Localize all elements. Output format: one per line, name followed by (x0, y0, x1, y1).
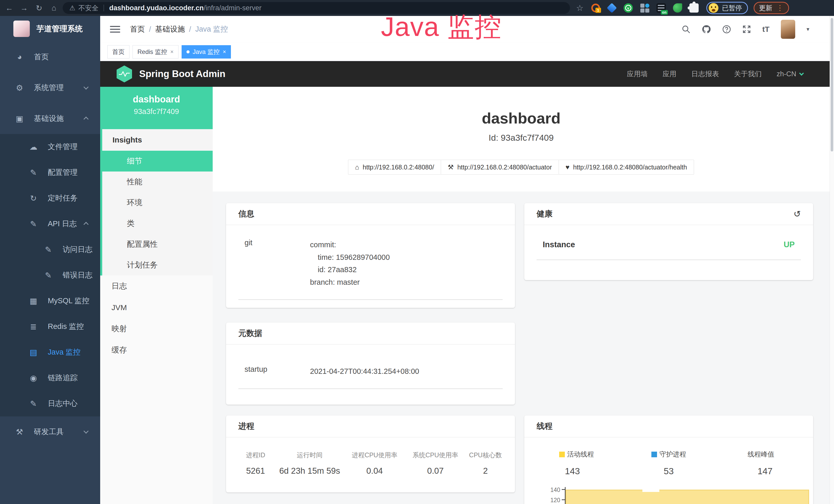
breadcrumb-separator: / (149, 25, 151, 33)
edit-icon: ✎ (28, 219, 39, 229)
hamburger-icon[interactable] (110, 24, 120, 35)
help-icon[interactable] (722, 25, 731, 33)
back-icon[interactable]: ← (4, 2, 15, 14)
cards-left-column: 信息 git commit: time: 1596289704000 id: 2… (226, 203, 515, 504)
bookmark-star-icon[interactable]: ☆ (576, 3, 584, 13)
sidebar-item-error-log[interactable]: ✎ 错误日志 (0, 262, 100, 288)
sidebar-logo-row[interactable]: 芋道管理系统 (0, 16, 100, 42)
sba-item-caches[interactable]: 缓存 (100, 339, 213, 361)
sidebar-item-jobs[interactable]: ↻ 定时任务 (0, 185, 100, 211)
metadata-row: startup 2021-04-27T00:44:31.254+08:00 (238, 365, 503, 389)
extension-grid-icon[interactable] (640, 3, 649, 13)
extension-green-icon[interactable]: v (623, 3, 633, 13)
sba-item-environment[interactable]: 环境 (102, 192, 213, 213)
sba-instance-header[interactable]: dashboard 93a3fc7f7409 (100, 87, 213, 129)
health-url-button[interactable]: ♥ http://192.168.0.2:48080/actuator/heal… (559, 160, 694, 175)
service-url-button[interactable]: ⌂ http://192.168.0.2:48080/ (348, 160, 441, 175)
sidebar-item-dev-tools[interactable]: ⚒ 研发工具 (0, 416, 100, 447)
close-icon[interactable]: × (170, 48, 174, 55)
home-icon[interactable]: ⌂ (48, 2, 60, 14)
fullscreen-icon[interactable] (742, 25, 751, 33)
sba-brand-title[interactable]: Spring Boot Admin (139, 69, 225, 79)
tab-label: Java 监控 (193, 48, 220, 56)
app-logo (13, 21, 30, 37)
extension-leaf-icon[interactable] (673, 3, 682, 13)
sba-item-logs[interactable]: 日志 (100, 275, 213, 297)
threads-area-chart: 140 120 100 (524, 485, 813, 504)
sba-app-id: 93a3fc7f7409 (100, 107, 213, 116)
sba-item-mappings[interactable]: 映射 (100, 318, 213, 339)
history-icon[interactable]: ↺ (794, 209, 801, 219)
reload-icon[interactable]: ↻ (34, 2, 45, 14)
spring-boot-admin-frame: Spring Boot Admin 应用墙 应用 日志报表 关于我们 zh-CN… (100, 61, 834, 504)
tab-home[interactable]: 首页 (107, 45, 129, 59)
gear-icon: ⚙ (14, 83, 25, 93)
chevron-down-icon (84, 85, 89, 90)
not-secure-label[interactable]: 不安全 (78, 4, 98, 13)
legend-label: 活动线程 (567, 450, 594, 459)
val-uptime: 6d 23h 15m 59s (276, 466, 344, 476)
chevron-up-icon (84, 222, 89, 227)
page-scrollbar[interactable] (830, 16, 834, 504)
sba-item-metrics[interactable]: 性能 (102, 171, 213, 192)
tags-view-bar: 首页 Redis 监控 × Java 监控 × (100, 43, 834, 61)
sidebar-item-home[interactable]: ◕ 首页 (0, 42, 100, 72)
sidebar-item-label: 日志中心 (48, 398, 78, 409)
user-avatar[interactable] (781, 20, 795, 39)
browser-profile-button[interactable]: 已暂停 (706, 2, 748, 14)
profile-emoji-avatar (709, 3, 719, 13)
sba-item-details[interactable]: 细节 (100, 151, 213, 171)
sba-item-classes[interactable]: 类 (102, 213, 213, 234)
forward-icon[interactable]: → (19, 2, 30, 14)
annotation-java-monitor: Java 监控 (381, 9, 502, 45)
extension-colorzilla-icon[interactable]: 1 (591, 4, 600, 12)
sidebar-item-java-monitor[interactable]: ▤ Java 监控 (0, 339, 100, 365)
browser-menu-kebab-icon[interactable]: ⋮ (776, 4, 784, 12)
sba-nav-wall[interactable]: 应用墙 (627, 69, 648, 78)
chrome-update-button[interactable]: 更新 ⋮ (753, 2, 789, 14)
info-card-title: 信息 (226, 203, 515, 225)
sidebar-item-system[interactable]: ⚙ 系统管理 (0, 72, 100, 103)
edit-icon: ✎ (28, 399, 39, 409)
tab-label: Redis 监控 (137, 48, 167, 56)
extensions-puzzle-icon[interactable] (689, 3, 699, 13)
metadata-card-title: 元数据 (226, 322, 515, 345)
sidebar-item-mysql[interactable]: ▦ MySQL 监控 (0, 288, 100, 314)
breadcrumb-home[interactable]: 首页 (130, 24, 145, 35)
cloud-upload-icon: ☁ (28, 142, 39, 152)
tab-redis-monitor[interactable]: Redis 监控 × (133, 45, 178, 59)
sidebar-item-api-log[interactable]: ✎ API 日志 (0, 211, 100, 237)
sidebar-item-redis[interactable]: ≣ Redis 监控 (0, 314, 100, 339)
actuator-url-button[interactable]: ⚒ http://192.168.0.2:48080/actuator (441, 160, 559, 175)
avatar-caret-icon[interactable]: ▾ (807, 26, 809, 32)
legend-peak-threads: 线程峰值 (715, 450, 807, 459)
process-card-title: 进程 (226, 415, 515, 437)
breadcrumb: 首页 / 基础设施 / Java 监控 (130, 24, 228, 35)
sidebar-item-log-center[interactable]: ✎ 日志中心 (0, 391, 100, 416)
chevron-up-icon (84, 117, 89, 122)
extension-switch-icon[interactable]: on (657, 3, 666, 13)
sba-item-scheduled-tasks[interactable]: 计划任务 (102, 255, 213, 275)
sba-item-jvm[interactable]: JVM (100, 297, 213, 318)
wrench-icon: ⚒ (448, 163, 454, 171)
breadcrumb-infra[interactable]: 基础设施 (155, 24, 185, 35)
sidebar-item-infra[interactable]: ▣ 基础设施 (0, 103, 100, 134)
sidebar-item-access-log[interactable]: ✎ 访问日志 (0, 237, 100, 262)
sba-nav-applications[interactable]: 应用 (662, 69, 676, 78)
scrollbar-thumb[interactable] (831, 18, 833, 152)
sidebar-item-tracing[interactable]: ◉ 链路追踪 (0, 365, 100, 391)
layers-icon: ≣ (28, 322, 39, 331)
sidebar-item-config[interactable]: ✎ 配置管理 (0, 160, 100, 185)
github-icon[interactable] (702, 25, 711, 34)
sidebar-item-files[interactable]: ☁ 文件管理 (0, 134, 100, 160)
extension-pin-icon[interactable] (607, 3, 616, 13)
sba-insights-label: Insights (102, 129, 213, 151)
sba-language-select[interactable]: zh-CN (776, 70, 803, 78)
sba-nav-about[interactable]: 关于我们 (734, 69, 762, 78)
sba-nav-journal[interactable]: 日志报表 (691, 69, 719, 78)
font-size-icon[interactable]: tT (762, 25, 770, 33)
search-icon[interactable] (682, 25, 690, 33)
sba-item-config-props[interactable]: 配置属性 (102, 234, 213, 255)
close-icon[interactable]: × (223, 48, 226, 55)
tab-java-monitor[interactable]: Java 监控 × (182, 45, 231, 59)
